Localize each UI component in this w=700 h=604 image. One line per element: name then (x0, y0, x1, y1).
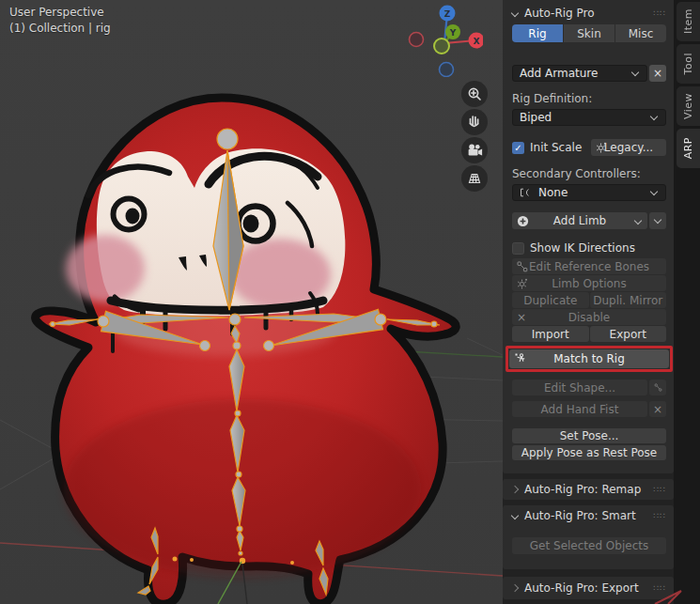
svg-text:Y: Y (449, 28, 457, 38)
collapsed-chevron-icon (511, 486, 519, 493)
limb-options-button[interactable]: Limb Options (512, 275, 666, 291)
set-pose-button[interactable]: Set Pose... (512, 428, 666, 443)
duplicate-button[interactable]: Duplicate (512, 292, 589, 308)
character-model[interactable] (36, 98, 457, 604)
dupli-mirror-button[interactable]: Dupli. Mirror (590, 292, 667, 308)
panel-header-remap[interactable]: Auto-Rig Pro: Remap ∷∷ (503, 479, 674, 500)
edit-shape-button[interactable]: Edit Shape... (512, 379, 647, 395)
export-panel: Auto-Rig Pro: Export ∷∷ (503, 577, 674, 599)
view-perspective-label: User Perspective (9, 6, 104, 19)
blender-window: User Perspective (1) Collection | rig Z … (0, 0, 700, 604)
secondary-controllers-label: Secondary Controllers: (512, 167, 666, 180)
camera-view-button[interactable] (461, 137, 488, 163)
add-hand-fist-button[interactable]: Add Hand Fist (512, 401, 647, 417)
apply-pose-button[interactable]: Apply Pose as Rest Pose (512, 445, 666, 460)
get-selected-objects-button[interactable]: Get Selected Objects (512, 537, 666, 554)
disable-button[interactable]: × Disable (512, 309, 666, 325)
mode-tab-group: Rig Skin Misc (512, 24, 666, 42)
controller-shape-icon (520, 187, 533, 198)
panel-title: Auto-Rig Pro (524, 7, 595, 20)
zoom-tool-button[interactable] (461, 81, 488, 107)
smart-panel: Auto-Rig Pro: Smart ∷∷ Get Selected Obje… (503, 505, 674, 569)
remove-armature-button[interactable]: × (649, 65, 666, 82)
drag-handle-icon[interactable]: ∷∷ (654, 8, 666, 18)
drag-handle-icon[interactable]: ∷∷ (654, 511, 666, 520)
viewport-toolbar (461, 81, 488, 194)
3d-viewport[interactable]: User Perspective (1) Collection | rig Z … (0, 0, 503, 604)
tab-misc[interactable]: Misc (615, 24, 666, 42)
gear-icon (596, 142, 607, 153)
shape-icon (653, 382, 663, 393)
grid-icon (466, 170, 483, 187)
active-collection-label: (1) Collection | rig (9, 22, 111, 35)
tab-skin[interactable]: Skin (564, 24, 614, 42)
sidebar-tab-tool[interactable]: Tool (677, 44, 700, 84)
limb-extra-menu-button[interactable] (649, 212, 666, 229)
collapsed-chevron-icon (511, 584, 519, 592)
svg-text:X: X (474, 37, 480, 46)
collapse-chevron-icon (511, 8, 519, 16)
close-icon: × (517, 311, 526, 324)
sidebar-tab-arp[interactable]: ARP (677, 129, 700, 168)
annotation-arrow-fragment (653, 589, 685, 604)
edit-reference-bones-button[interactable]: Edit Reference Bones (512, 258, 666, 274)
grid-toggle-button[interactable] (461, 165, 488, 192)
match-to-rig-button[interactable]: Match to Rig (509, 349, 669, 368)
remap-panel: Auto-Rig Pro: Remap ∷∷ (503, 479, 674, 500)
svg-text:Z: Z (444, 9, 451, 19)
secondary-controllers-dropdown[interactable]: None (512, 184, 666, 201)
tab-rig[interactable]: Rig (512, 24, 563, 42)
annotation-highlight: Match to Rig (506, 346, 673, 372)
checkmark-icon: ✓ (514, 143, 521, 153)
drag-handle-icon[interactable]: ∷∷ (654, 485, 666, 494)
armature-figure-icon (514, 352, 527, 365)
panel-header-smart[interactable]: Auto-Rig Pro: Smart ∷∷ (503, 505, 674, 526)
export-button[interactable]: Export (590, 326, 667, 342)
plus-circle-icon (517, 215, 529, 227)
rig-definition-label: Rig Definition: (512, 92, 666, 105)
gizmo-minus-y[interactable] (434, 39, 449, 54)
close-icon: × (653, 67, 662, 80)
camera-icon (466, 142, 484, 160)
expanded-chevron-icon (511, 512, 519, 519)
edit-shape-picker-button[interactable] (649, 379, 666, 395)
cheek-left (66, 235, 145, 302)
init-scale-label: Init Scale (530, 141, 582, 154)
close-icon: × (653, 403, 662, 416)
show-ik-directions-checkbox[interactable] (512, 242, 524, 255)
gizmo-minus-z[interactable] (440, 63, 454, 77)
gizmo-minus-x[interactable] (410, 33, 424, 47)
import-button[interactable]: Import (512, 326, 589, 342)
remove-hand-fist-button[interactable]: × (649, 401, 666, 417)
viewport-scene[interactable] (0, 0, 503, 604)
add-limb-dropdown[interactable]: Add Limb (512, 212, 647, 229)
head-bone-ball[interactable] (217, 129, 238, 149)
rig-definition-dropdown[interactable]: Biped (512, 109, 666, 126)
sidebar-region: Auto-Rig Pro ∷∷ Rig Skin Misc Add Armatu… (503, 0, 674, 604)
legacy-button[interactable]: Legacy... (591, 139, 666, 156)
autorigpro-panel: Auto-Rig Pro ∷∷ Rig Skin Misc Add Armatu… (503, 0, 674, 473)
pan-tool-button[interactable] (461, 109, 488, 135)
add-armature-dropdown[interactable]: Add Armature (512, 65, 647, 82)
magnifier-plus-icon (466, 85, 483, 102)
sidebar-tab-item[interactable]: Item (677, 2, 700, 41)
panel-header-autorigpro[interactable]: Auto-Rig Pro ∷∷ (512, 0, 666, 23)
sidebar-tab-strip: Item Tool View ARP (674, 0, 700, 604)
bone-chain-icon (517, 261, 528, 272)
sidebar-tab-view[interactable]: View (677, 86, 700, 126)
hand-icon (466, 114, 483, 131)
show-ik-directions-label: Show IK Directions (530, 241, 635, 255)
panel-header-export[interactable]: Auto-Rig Pro: Export ∷∷ (503, 577, 674, 599)
init-scale-checkbox[interactable]: ✓ (512, 142, 524, 154)
gear-sparkle-icon (517, 278, 528, 289)
navigation-gizmo[interactable]: Z Y X (404, 4, 483, 77)
